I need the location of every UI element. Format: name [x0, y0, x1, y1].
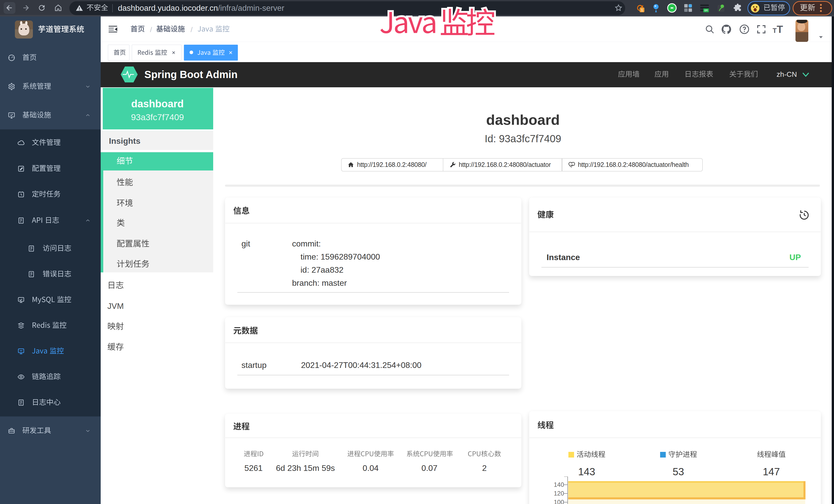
- svg-text:on: on: [704, 8, 708, 12]
- svg-text:1: 1: [641, 8, 643, 12]
